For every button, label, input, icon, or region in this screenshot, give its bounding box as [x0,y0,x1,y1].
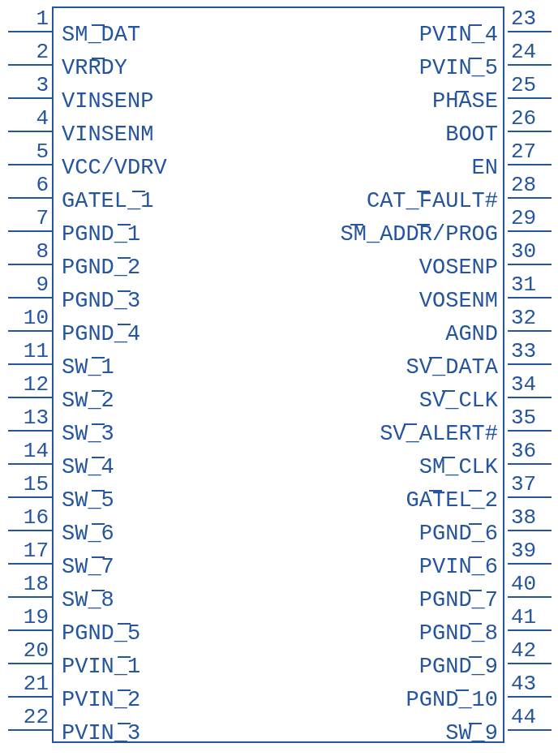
pin-row: 6GATEL_1CAT_FAULT#28 [0,173,558,205]
pin-number-right: 28 [511,173,550,197]
pin-lead-right [508,264,552,265]
pin-row: 1SM_DATPVIN_423 [0,6,558,39]
overbar [118,290,131,292]
overbar [469,590,482,591]
pin-lead-right [508,530,552,531]
pin-row: 21PVIN_2PGND_1043 [0,672,558,704]
pin-lead-right [508,563,552,565]
pin-number-right: 24 [511,40,550,64]
pin-row: 3VINSENPPHASE25 [0,73,558,105]
pin-number-right: 39 [511,539,550,563]
pin-lead-left [8,363,52,365]
pin-lead-left [8,496,52,498]
pin-lead-left [8,430,52,432]
overbar [92,390,105,392]
pin-lead-right [508,164,552,165]
overbar [118,623,131,625]
pin-lead-right [508,230,552,232]
pin-number-right: 26 [511,106,550,131]
pin-number-right: 44 [511,705,550,729]
overbar [92,357,105,359]
pin-lead-right [508,297,552,299]
pin-lead-left [8,64,52,66]
pin-lead-right [508,31,552,32]
pin-row: 5VCC/VDRVEN27 [0,140,558,172]
pin-lead-right [508,496,552,498]
pin-number-left: 16 [10,505,49,530]
pin-number-left: 10 [10,306,49,330]
pin-number-right: 33 [511,339,550,363]
pin-lead-right [508,629,552,631]
pin-lead-left [8,164,52,165]
pin-row: 15SW_5GATEL_237 [0,472,558,505]
pin-row: 17SW_7PVIN_639 [0,539,558,571]
pin-lead-left [8,463,52,465]
overbar [350,224,363,226]
pin-number-left: 12 [10,372,49,397]
pin-number-right: 27 [511,140,550,164]
pin-row: 22PVIN_3SW_944 [0,705,558,737]
pin-number-right: 36 [511,439,550,463]
pin-lead-left [8,297,52,299]
overbar [429,357,442,359]
pin-lead-right [508,430,552,432]
pin-lead-left [8,629,52,631]
pin-number-left: 13 [10,406,49,430]
overbar [442,390,455,392]
pin-lead-left [8,596,52,598]
overbar [442,457,455,458]
overbar [92,58,105,59]
overbar [92,423,105,425]
pin-lead-left [8,563,52,565]
pin-label-left: PVIN_3 [62,721,140,745]
overbar [469,723,482,724]
overbar [92,457,105,458]
pin-number-right: 42 [511,638,550,663]
pin-row: 9PGND_3VOSENM31 [0,273,558,305]
pin-row: 7PGND_1SM_ADDR/PROG29 [0,206,558,238]
pin-lead-right [508,696,552,698]
pin-row: 16SW_6PGND_638 [0,505,558,538]
pin-number-left: 14 [10,439,49,463]
pin-lead-left [8,530,52,531]
pin-number-right: 31 [511,273,550,297]
pin-row: 12SW_2SV_CLK34 [0,372,558,405]
pin-number-left: 21 [10,672,49,696]
pin-row: 20PVIN_1PGND_942 [0,638,558,671]
overbar [469,656,482,658]
overbar [92,523,105,525]
pin-row: 11SW_1SV_DATA33 [0,339,558,372]
pin-label-right: SW_9 [445,721,498,745]
overbar [469,58,482,59]
pin-number-left: 6 [10,173,49,197]
overbar [469,556,482,558]
pin-lead-right [508,596,552,598]
overbar [469,623,482,625]
pin-number-left: 17 [10,539,49,563]
pin-number-left: 3 [10,73,49,97]
pin-lead-right [508,197,552,199]
pin-number-right: 35 [511,406,550,430]
overbar [92,590,105,591]
pin-number-right: 25 [511,73,550,97]
pin-lead-right [508,363,552,365]
overbar [456,91,469,92]
overbar [417,224,430,226]
pin-number-left: 7 [10,206,49,230]
pin-number-left: 15 [10,472,49,496]
pin-row: 8PGND_2VOSENP30 [0,239,558,272]
pin-lead-right [508,663,552,664]
pin-lead-right [508,330,552,332]
overbar [92,490,105,492]
pin-row: 4VINSENMBOOT26 [0,106,558,139]
pin-row: 19PGND_5PGND_841 [0,605,558,638]
pin-lead-left [8,330,52,332]
pin-row: 14SW_4SM_CLK36 [0,439,558,471]
pin-lead-left [8,131,52,132]
pin-lead-left [8,696,52,698]
overbar [92,24,105,26]
pin-lead-left [8,31,52,32]
pin-lead-right [508,729,552,731]
overbar [429,490,442,492]
overbar [118,257,131,259]
